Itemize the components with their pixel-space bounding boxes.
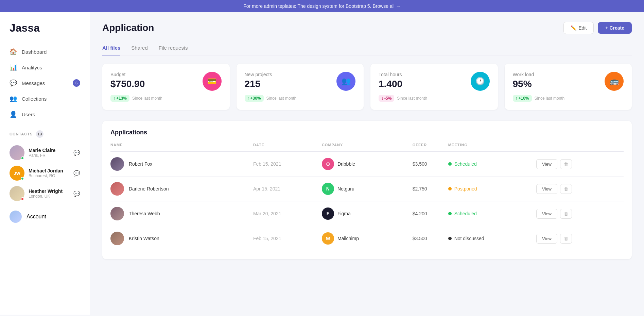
- applications-title: Applications: [110, 129, 624, 136]
- account-avatar: [10, 211, 22, 223]
- meeting-status: Postponed: [454, 186, 477, 192]
- stat-label: Total hours: [379, 72, 402, 77]
- sidebar-item-label: Collections: [22, 96, 47, 102]
- main-content: Application ✏️ Edit + Create All files: [90, 12, 644, 315]
- tab-all-files[interactable]: All files: [102, 41, 120, 55]
- chat-icon: 💬: [10, 79, 17, 87]
- table-row: Kristin Watson Feb 15, 2021 ✉ Mailchimp …: [110, 226, 624, 251]
- company-logo: ✉: [322, 232, 334, 245]
- banner-text: For more admin teplates: The design syst…: [243, 3, 401, 9]
- chat-bubble-icon[interactable]: 💬: [73, 170, 80, 177]
- cell-company: ⊙ Dribbble: [322, 151, 413, 177]
- new-projects-icon: 👥: [336, 72, 355, 91]
- cell-company: F Figma: [322, 201, 413, 226]
- sidebar-item-messages[interactable]: 💬 Messages 6: [0, 75, 90, 91]
- stat-card-budget: Budget $750.90 💳 ↑ +13% Since last month: [102, 64, 230, 110]
- delete-button[interactable]: 🗑: [560, 234, 572, 244]
- avatar: JW: [10, 166, 24, 181]
- contact-location: Bucharest, RO: [29, 173, 69, 178]
- view-button[interactable]: View: [536, 209, 557, 219]
- stat-card-new-projects: New projects 215 👥 ↑ +30% Since last mon…: [237, 64, 364, 110]
- cell-date: Feb 15, 2021: [253, 151, 322, 177]
- contact-location: Paris, FR: [29, 153, 69, 158]
- chat-bubble-icon[interactable]: 💬: [73, 190, 80, 197]
- company-name: Netguru: [337, 186, 354, 192]
- stat-footer: ↑ +30% Since last month: [245, 95, 356, 102]
- meeting-status: Scheduled: [454, 211, 477, 216]
- col-actions: [536, 143, 624, 151]
- stat-value: 215: [245, 79, 272, 89]
- col-date: DATE: [253, 143, 322, 151]
- avatar: [10, 186, 24, 201]
- table-row: Robert Fox Feb 15, 2021 ⊙ Dribbble $3.50…: [110, 151, 624, 177]
- cell-name: Darlene Robertson: [110, 177, 253, 201]
- row-avatar: [110, 232, 124, 245]
- collections-icon: 👥: [10, 95, 17, 102]
- tab-file-requests[interactable]: File requests: [159, 41, 188, 55]
- meeting-status: Scheduled: [454, 161, 477, 167]
- stat-footer: ↑ +13% Since last month: [110, 95, 222, 102]
- company-logo: N: [322, 183, 334, 195]
- chat-bubble-icon[interactable]: 💬: [73, 150, 80, 156]
- cell-name: Kristin Watson: [110, 226, 253, 251]
- cell-actions: View 🗑: [536, 177, 624, 201]
- company-name: Mailchimp: [337, 236, 359, 241]
- delete-button[interactable]: 🗑: [560, 159, 572, 169]
- stat-since: Since last month: [397, 96, 427, 101]
- arrow-up-icon: ↑: [247, 96, 249, 101]
- sidebar-item-dashboard[interactable]: 🏠 Dashboard: [0, 44, 90, 60]
- applicant-name: Kristin Watson: [129, 236, 159, 241]
- cell-name: Theresa Webb: [110, 201, 253, 226]
- account-label: Account: [27, 214, 46, 220]
- view-button[interactable]: View: [536, 184, 557, 194]
- arrow-down-icon: ↓: [381, 96, 383, 101]
- stat-footer: ↑ +10% Since last month: [513, 95, 624, 102]
- stat-label: Work load: [513, 72, 534, 77]
- sidebar-item-label: Dashboard: [22, 49, 47, 55]
- col-company: COMPANY: [322, 143, 413, 151]
- col-offer: OFFER: [413, 143, 448, 151]
- delete-button[interactable]: 🗑: [560, 209, 572, 219]
- sidebar-item-analytics[interactable]: 📊 Analitycs: [0, 60, 90, 75]
- contact-marie-claire[interactable]: Marie Claire Paris, FR 💬: [10, 143, 80, 163]
- sidebar-item-collections[interactable]: 👥 Collections: [0, 91, 90, 106]
- cell-offer: $4.200: [413, 201, 448, 226]
- edit-button[interactable]: ✏️ Edit: [563, 22, 594, 34]
- change-badge: ↑ +13%: [110, 95, 129, 102]
- meeting-status-dot: [448, 187, 452, 190]
- contact-heather-wright[interactable]: Heather Wright London, UK 💬: [10, 183, 80, 204]
- delete-button[interactable]: 🗑: [560, 184, 572, 194]
- page-title: Application: [102, 22, 154, 33]
- contact-info: Heather Wright London, UK: [29, 188, 69, 199]
- sidebar: Jassa 🏠 Dashboard 📊 Analitycs 💬 Messages…: [0, 12, 90, 315]
- company-name: Figma: [337, 211, 351, 216]
- stat-since: Since last month: [266, 96, 297, 101]
- meeting-status-dot: [448, 212, 452, 215]
- applications-table: NAME DATE COMPANY OFFER MEETING Robert F…: [110, 143, 624, 251]
- meeting-status-dot: [448, 237, 452, 240]
- col-name: NAME: [110, 143, 253, 151]
- contact-info: Michael Jordan Bucharest, RO: [29, 168, 69, 178]
- row-avatar: [110, 207, 124, 220]
- applicant-name: Robert Fox: [129, 161, 152, 167]
- contact-michael-jordan[interactable]: JW Michael Jordan Bucharest, RO 💬: [10, 163, 80, 183]
- contacts-header: CONTACTS 13: [10, 130, 80, 138]
- cell-name: Robert Fox: [110, 151, 253, 177]
- cell-company: ✉ Mailchimp: [322, 226, 413, 251]
- tabs: All files Shared File requests: [102, 41, 632, 55]
- view-button[interactable]: View: [536, 234, 557, 244]
- cell-meeting: Postponed: [448, 177, 536, 201]
- create-button[interactable]: + Create: [598, 22, 632, 34]
- stat-value: $750.90: [110, 79, 145, 89]
- change-badge: ↑ +10%: [513, 95, 532, 102]
- sidebar-item-users[interactable]: 👤 Users: [0, 106, 90, 122]
- users-icon: 👤: [10, 111, 17, 118]
- view-button[interactable]: View: [536, 159, 557, 169]
- row-avatar: [110, 157, 124, 171]
- page-header: Application ✏️ Edit + Create: [102, 22, 632, 34]
- cell-meeting: Scheduled: [448, 151, 536, 177]
- tab-shared[interactable]: Shared: [131, 41, 147, 55]
- sidebar-item-account[interactable]: Account: [0, 206, 90, 227]
- contact-location: London, UK: [29, 194, 69, 199]
- col-meeting: MEETING: [448, 143, 536, 151]
